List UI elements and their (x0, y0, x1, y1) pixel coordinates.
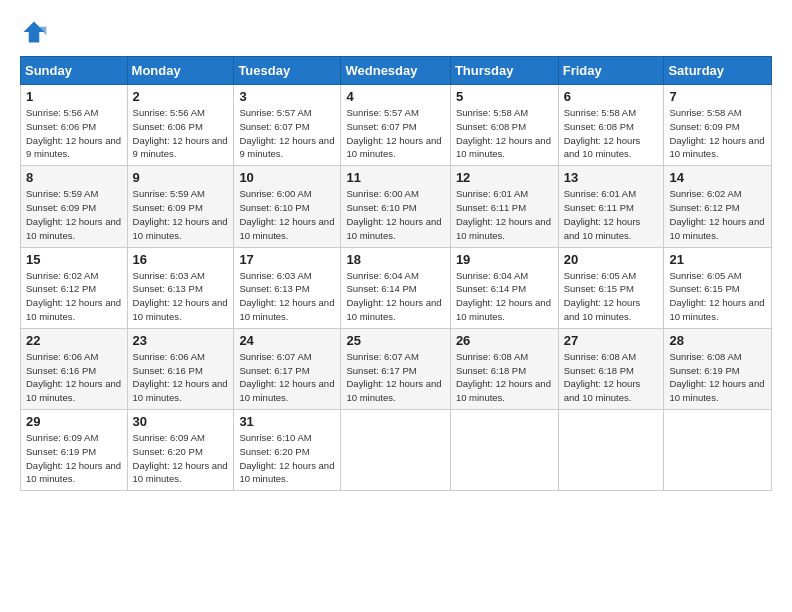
page: SundayMondayTuesdayWednesdayThursdayFrid… (0, 0, 792, 612)
calendar-cell: 8 Sunrise: 5:59 AMSunset: 6:09 PMDayligh… (21, 166, 128, 247)
calendar-cell (341, 410, 450, 491)
day-number: 9 (133, 170, 229, 185)
day-number: 7 (669, 89, 766, 104)
day-info: Sunrise: 6:08 AMSunset: 6:18 PMDaylight:… (456, 351, 551, 403)
weekday-header: Tuesday (234, 57, 341, 85)
day-number: 15 (26, 252, 122, 267)
calendar-cell (664, 410, 772, 491)
day-info: Sunrise: 6:02 AMSunset: 6:12 PMDaylight:… (26, 270, 121, 322)
calendar-cell: 30 Sunrise: 6:09 AMSunset: 6:20 PMDaylig… (127, 410, 234, 491)
day-number: 5 (456, 89, 553, 104)
day-info: Sunrise: 6:06 AMSunset: 6:16 PMDaylight:… (133, 351, 228, 403)
day-number: 24 (239, 333, 335, 348)
calendar-cell: 16 Sunrise: 6:03 AMSunset: 6:13 PMDaylig… (127, 247, 234, 328)
calendar-cell: 15 Sunrise: 6:02 AMSunset: 6:12 PMDaylig… (21, 247, 128, 328)
weekday-header: Friday (558, 57, 664, 85)
weekday-header: Saturday (664, 57, 772, 85)
calendar-cell: 13 Sunrise: 6:01 AMSunset: 6:11 PMDaylig… (558, 166, 664, 247)
calendar-cell: 31 Sunrise: 6:10 AMSunset: 6:20 PMDaylig… (234, 410, 341, 491)
day-number: 3 (239, 89, 335, 104)
calendar-cell: 28 Sunrise: 6:08 AMSunset: 6:19 PMDaylig… (664, 328, 772, 409)
day-number: 28 (669, 333, 766, 348)
day-number: 27 (564, 333, 659, 348)
weekday-header: Sunday (21, 57, 128, 85)
day-info: Sunrise: 5:57 AMSunset: 6:07 PMDaylight:… (239, 107, 334, 159)
day-info: Sunrise: 6:03 AMSunset: 6:13 PMDaylight:… (239, 270, 334, 322)
calendar-cell: 24 Sunrise: 6:07 AMSunset: 6:17 PMDaylig… (234, 328, 341, 409)
calendar: SundayMondayTuesdayWednesdayThursdayFrid… (20, 56, 772, 491)
calendar-header: SundayMondayTuesdayWednesdayThursdayFrid… (21, 57, 772, 85)
calendar-cell: 26 Sunrise: 6:08 AMSunset: 6:18 PMDaylig… (450, 328, 558, 409)
day-info: Sunrise: 5:59 AMSunset: 6:09 PMDaylight:… (26, 188, 121, 240)
calendar-week-row: 8 Sunrise: 5:59 AMSunset: 6:09 PMDayligh… (21, 166, 772, 247)
day-info: Sunrise: 6:07 AMSunset: 6:17 PMDaylight:… (346, 351, 441, 403)
calendar-cell: 6 Sunrise: 5:58 AMSunset: 6:08 PMDayligh… (558, 85, 664, 166)
calendar-cell: 23 Sunrise: 6:06 AMSunset: 6:16 PMDaylig… (127, 328, 234, 409)
day-number: 1 (26, 89, 122, 104)
day-info: Sunrise: 6:05 AMSunset: 6:15 PMDaylight:… (669, 270, 764, 322)
day-info: Sunrise: 6:08 AMSunset: 6:19 PMDaylight:… (669, 351, 764, 403)
day-info: Sunrise: 6:07 AMSunset: 6:17 PMDaylight:… (239, 351, 334, 403)
day-info: Sunrise: 5:58 AMSunset: 6:08 PMDaylight:… (564, 107, 641, 159)
calendar-cell: 17 Sunrise: 6:03 AMSunset: 6:13 PMDaylig… (234, 247, 341, 328)
day-info: Sunrise: 6:04 AMSunset: 6:14 PMDaylight:… (346, 270, 441, 322)
calendar-cell: 4 Sunrise: 5:57 AMSunset: 6:07 PMDayligh… (341, 85, 450, 166)
calendar-cell: 21 Sunrise: 6:05 AMSunset: 6:15 PMDaylig… (664, 247, 772, 328)
calendar-cell: 18 Sunrise: 6:04 AMSunset: 6:14 PMDaylig… (341, 247, 450, 328)
calendar-cell: 12 Sunrise: 6:01 AMSunset: 6:11 PMDaylig… (450, 166, 558, 247)
day-number: 16 (133, 252, 229, 267)
day-number: 25 (346, 333, 444, 348)
day-number: 13 (564, 170, 659, 185)
day-info: Sunrise: 6:01 AMSunset: 6:11 PMDaylight:… (456, 188, 551, 240)
calendar-cell: 11 Sunrise: 6:00 AMSunset: 6:10 PMDaylig… (341, 166, 450, 247)
day-info: Sunrise: 6:04 AMSunset: 6:14 PMDaylight:… (456, 270, 551, 322)
day-number: 17 (239, 252, 335, 267)
day-info: Sunrise: 6:05 AMSunset: 6:15 PMDaylight:… (564, 270, 641, 322)
day-info: Sunrise: 5:59 AMSunset: 6:09 PMDaylight:… (133, 188, 228, 240)
day-number: 11 (346, 170, 444, 185)
day-info: Sunrise: 6:00 AMSunset: 6:10 PMDaylight:… (239, 188, 334, 240)
calendar-cell: 3 Sunrise: 5:57 AMSunset: 6:07 PMDayligh… (234, 85, 341, 166)
day-info: Sunrise: 5:58 AMSunset: 6:08 PMDaylight:… (456, 107, 551, 159)
calendar-week-row: 22 Sunrise: 6:06 AMSunset: 6:16 PMDaylig… (21, 328, 772, 409)
day-number: 22 (26, 333, 122, 348)
day-number: 19 (456, 252, 553, 267)
calendar-cell: 10 Sunrise: 6:00 AMSunset: 6:10 PMDaylig… (234, 166, 341, 247)
day-info: Sunrise: 6:10 AMSunset: 6:20 PMDaylight:… (239, 432, 334, 484)
day-number: 14 (669, 170, 766, 185)
calendar-cell: 19 Sunrise: 6:04 AMSunset: 6:14 PMDaylig… (450, 247, 558, 328)
calendar-body: 1 Sunrise: 5:56 AMSunset: 6:06 PMDayligh… (21, 85, 772, 491)
day-info: Sunrise: 6:06 AMSunset: 6:16 PMDaylight:… (26, 351, 121, 403)
calendar-week-row: 1 Sunrise: 5:56 AMSunset: 6:06 PMDayligh… (21, 85, 772, 166)
day-info: Sunrise: 6:03 AMSunset: 6:13 PMDaylight:… (133, 270, 228, 322)
day-number: 4 (346, 89, 444, 104)
calendar-week-row: 15 Sunrise: 6:02 AMSunset: 6:12 PMDaylig… (21, 247, 772, 328)
day-info: Sunrise: 6:00 AMSunset: 6:10 PMDaylight:… (346, 188, 441, 240)
day-info: Sunrise: 6:02 AMSunset: 6:12 PMDaylight:… (669, 188, 764, 240)
day-info: Sunrise: 6:09 AMSunset: 6:19 PMDaylight:… (26, 432, 121, 484)
weekday-header: Monday (127, 57, 234, 85)
day-info: Sunrise: 6:01 AMSunset: 6:11 PMDaylight:… (564, 188, 641, 240)
calendar-cell: 29 Sunrise: 6:09 AMSunset: 6:19 PMDaylig… (21, 410, 128, 491)
day-info: Sunrise: 5:58 AMSunset: 6:09 PMDaylight:… (669, 107, 764, 159)
day-info: Sunrise: 6:09 AMSunset: 6:20 PMDaylight:… (133, 432, 228, 484)
day-number: 30 (133, 414, 229, 429)
day-number: 12 (456, 170, 553, 185)
calendar-cell: 7 Sunrise: 5:58 AMSunset: 6:09 PMDayligh… (664, 85, 772, 166)
day-number: 21 (669, 252, 766, 267)
calendar-week-row: 29 Sunrise: 6:09 AMSunset: 6:19 PMDaylig… (21, 410, 772, 491)
day-number: 29 (26, 414, 122, 429)
day-info: Sunrise: 6:08 AMSunset: 6:18 PMDaylight:… (564, 351, 641, 403)
day-info: Sunrise: 5:57 AMSunset: 6:07 PMDaylight:… (346, 107, 441, 159)
day-number: 10 (239, 170, 335, 185)
day-number: 26 (456, 333, 553, 348)
day-number: 31 (239, 414, 335, 429)
calendar-cell: 27 Sunrise: 6:08 AMSunset: 6:18 PMDaylig… (558, 328, 664, 409)
calendar-cell (558, 410, 664, 491)
day-number: 20 (564, 252, 659, 267)
header (20, 18, 772, 46)
day-info: Sunrise: 5:56 AMSunset: 6:06 PMDaylight:… (133, 107, 228, 159)
weekday-header: Thursday (450, 57, 558, 85)
calendar-cell: 1 Sunrise: 5:56 AMSunset: 6:06 PMDayligh… (21, 85, 128, 166)
day-info: Sunrise: 5:56 AMSunset: 6:06 PMDaylight:… (26, 107, 121, 159)
